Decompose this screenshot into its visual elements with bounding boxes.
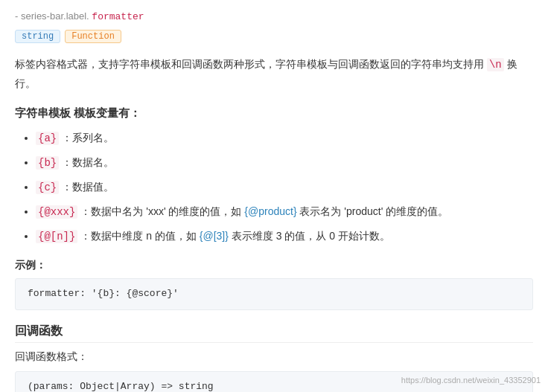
code-a: {a}: [36, 132, 59, 145]
badge-string: string: [15, 30, 60, 43]
code-b: {b}: [36, 156, 59, 170]
callback-heading: 回调函数: [15, 324, 533, 343]
breadcrumb-prefix: - series-bar.label.: [15, 10, 89, 22]
code-c: {c}: [36, 181, 59, 194]
list-item-a: {a} ：系列名。: [36, 129, 533, 148]
text-c: ：数据值。: [62, 181, 114, 193]
example-code-block: formatter: '{b}: {@score}': [15, 278, 533, 310]
callback-signature: (params: Object|Array) => string: [28, 381, 214, 392]
callback-desc: 回调函数格式：: [15, 350, 533, 364]
page-container: - series-bar.label. formatter string Fun…: [0, 0, 548, 392]
code-atxxx: {@xxx}: [36, 205, 77, 219]
breadcrumb: - series-bar.label. formatter: [15, 6, 533, 22]
breadcrumb-property: formatter: [92, 11, 144, 22]
code-at3: {@[3]}: [200, 230, 229, 242]
text-a: ：系列名。: [62, 132, 114, 144]
template-list: {a} ：系列名。 {b} ：数据名。 {c} ：数据值。 {@xxx} ：数据…: [15, 129, 533, 245]
list-item-b: {b} ：数据名。: [36, 154, 533, 173]
example-code: formatter: '{b}: {@score}': [28, 288, 179, 299]
type-badges-container: string Function: [15, 30, 533, 43]
badge-function: Function: [65, 30, 121, 43]
watermark: https://blog.csdn.net/weixin_43352901: [401, 376, 541, 385]
description-code-nl: \n: [487, 58, 504, 71]
example-label: 示例：: [15, 259, 533, 272]
list-item-atxxx: {@xxx} ：数据中名为 'xxx' 的维度的值，如 {@product} 表…: [36, 203, 533, 222]
template-section-title: 字符串模板 模板变量有：: [15, 106, 533, 121]
list-item-c: {c} ：数据值。: [36, 179, 533, 197]
main-description: 标签内容格式器，支持字符串模板和回调函数两种形式，字符串模板与回调函数返回的字符…: [15, 55, 533, 93]
description-main: 标签内容格式器，支持字符串模板和回调函数两种形式，字符串模板与回调函数返回的字符…: [15, 58, 484, 70]
text-atxxx-after: 表示名为 'product' 的维度的值。: [299, 205, 448, 217]
text-atxxx-before: ：数据中名为 'xxx' 的维度的值，如: [80, 205, 241, 217]
text-b: ：数据名。: [62, 156, 114, 168]
text-atn-after: 表示维度 3 的值，从 0 开始计数。: [232, 230, 390, 242]
text-atn-before: ：数据中维度 n 的值，如: [80, 230, 197, 242]
list-item-atn: {@[n]} ：数据中维度 n 的值，如 {@[3]} 表示维度 3 的值，从 …: [36, 228, 533, 246]
code-atn: {@[n]}: [36, 230, 77, 243]
code-atproduct: {@product}: [244, 205, 296, 217]
